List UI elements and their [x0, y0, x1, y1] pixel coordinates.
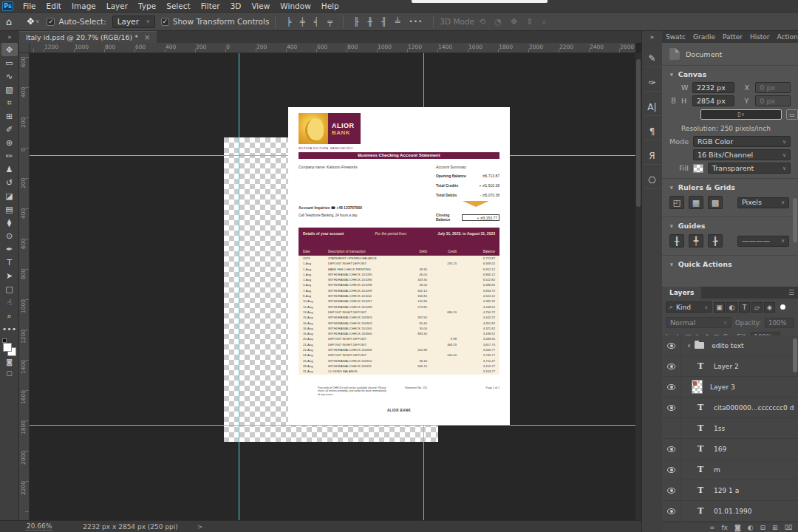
move-tool-preset-icon[interactable]: ✥: [19, 16, 35, 27]
layer-name[interactable]: m: [714, 466, 720, 474]
layer-effects-icon[interactable]: fx: [721, 522, 728, 532]
rectangular-marquee-tool[interactable]: ▭: [1, 56, 18, 69]
menu-item[interactable]: Image: [66, 0, 101, 13]
visibility-cell[interactable]: [662, 377, 681, 397]
ruler-origin-icon[interactable]: ◰: [669, 196, 684, 209]
add-layer-mask-icon[interactable]: ◙: [734, 522, 741, 532]
layers-menu-icon[interactable]: ☰: [788, 289, 798, 296]
align-horizontal-centers-icon[interactable]: ╪: [296, 17, 310, 27]
gradient-tool[interactable]: ▤: [1, 202, 18, 216]
tab-layers[interactable]: Layers: [662, 287, 701, 299]
edit-toolbar-button[interactable]: •••: [1, 322, 18, 335]
new-group-icon[interactable]: ⊟: [760, 522, 766, 532]
color-mode-dropdown[interactable]: RGB Color: [693, 136, 791, 147]
visibility-cell[interactable]: [662, 501, 681, 521]
opacity-field[interactable]: 100%: [765, 318, 794, 328]
status-options-chevron-icon[interactable]: >: [197, 523, 203, 531]
landscape-orientation-icon[interactable]: ▭: [786, 109, 798, 120]
visibility-cell[interactable]: [662, 439, 681, 459]
guide-layout-icon[interactable]: ╇: [689, 234, 703, 248]
layer-row[interactable]: ∨ T 01.01.1990: [662, 501, 798, 522]
align-right-edges-icon[interactable]: ╡: [310, 17, 324, 27]
panel-tab[interactable]: Swatc: [662, 32, 689, 43]
visibility-cell[interactable]: [662, 418, 681, 438]
horizontal-ruler[interactable]: 1200100080060040020002004006008001000120…: [19, 43, 635, 53]
panel-tab[interactable]: Patter: [719, 32, 746, 43]
canvas-section-header[interactable]: ∨ Canvas: [662, 66, 798, 80]
panel-tab[interactable]: Gradie: [689, 32, 719, 43]
distribute-vertical-centers-icon[interactable]: ╫: [364, 17, 378, 27]
filter-adjustment-layers-icon[interactable]: ◐: [726, 302, 737, 313]
distribute-horizontal-icon[interactable]: ╧: [391, 17, 405, 27]
distribute-bottom-edges-icon[interactable]: ╢: [377, 17, 391, 27]
visibility-cell[interactable]: [662, 335, 681, 355]
vertical-ruler[interactable]: 6004002000200400600800100012001400160018…: [19, 53, 30, 520]
layer-name[interactable]: Layer 3: [710, 383, 735, 391]
foreground-color-swatch[interactable]: [3, 343, 12, 352]
layer-row[interactable]: ∨ T Layer 2: [662, 356, 798, 377]
layer-name[interactable]: edite text: [712, 342, 743, 349]
fill-swatch[interactable]: [693, 164, 703, 173]
group-caret-icon[interactable]: ∨: [687, 343, 691, 349]
history-brush-tool[interactable]: ↺: [1, 176, 18, 189]
ruler-origin-corner[interactable]: [19, 43, 30, 53]
link-dimensions-icon[interactable]: 8: [671, 96, 676, 106]
eraser-tool[interactable]: ◪: [1, 189, 18, 202]
auto-select-dropdown[interactable]: Layer: [112, 16, 155, 28]
canvas-vertical-scrollbar[interactable]: [635, 53, 641, 520]
object-selection-tool[interactable]: ▧: [1, 83, 18, 96]
new-guide-icon[interactable]: ╂: [669, 234, 684, 248]
guides-section-header[interactable]: ∨ Guides: [662, 217, 798, 231]
character-panel-icon[interactable]: A|: [644, 98, 661, 116]
filter-shape-layers-icon[interactable]: ▱: [751, 302, 763, 313]
type-tool[interactable]: T: [1, 256, 18, 269]
visibility-cell[interactable]: [662, 480, 681, 500]
y-field[interactable]: 0 px: [755, 95, 791, 106]
layer-name[interactable]: Layer 2: [714, 363, 739, 370]
frame-tool[interactable]: ⊞: [1, 109, 18, 123]
slide-3d-camera-icon[interactable]: ⇕: [522, 17, 537, 27]
paragraph-panel-icon[interactable]: ¶: [644, 123, 661, 140]
blend-mode-dropdown[interactable]: Normal: [666, 317, 732, 328]
layer-row[interactable]: ∨ T 169: [662, 439, 798, 460]
pan-3d-camera-icon[interactable]: ✥: [506, 17, 522, 27]
guide-vertical-left[interactable]: [239, 53, 239, 520]
x-field[interactable]: 0 px: [755, 82, 791, 93]
guide-horizontal-bottom[interactable]: [19, 425, 635, 426]
visibility-cell[interactable]: [662, 398, 681, 417]
color-swatches[interactable]: [2, 338, 17, 356]
menu-item[interactable]: 3D: [225, 0, 247, 13]
glyphs-panel-icon[interactable]: Я: [644, 147, 661, 165]
brush-tool[interactable]: ✏: [1, 149, 18, 163]
menu-item[interactable]: Edit: [41, 0, 66, 13]
layer-row[interactable]: ∨ T m: [662, 460, 798, 480]
rectangle-tool[interactable]: □: [1, 282, 18, 296]
filter-toggle-icon[interactable]: [780, 304, 785, 310]
document-tab[interactable]: Italy id.psd @ 20.7% (RGB/16) * ×: [19, 31, 157, 43]
properties-scrollbar[interactable]: [793, 198, 797, 242]
layers-scrollbar[interactable]: [793, 338, 797, 372]
dodge-tool[interactable]: ⊙: [1, 229, 18, 242]
layer-name[interactable]: 169: [714, 446, 726, 453]
home-icon[interactable]: ⌂: [0, 16, 19, 27]
path-selection-tool[interactable]: ➤: [1, 269, 18, 282]
layer-name[interactable]: 129 1 a: [714, 487, 739, 494]
height-field[interactable]: 2854 px: [692, 95, 735, 106]
orbit-3d-camera-icon[interactable]: ⟲: [474, 17, 490, 27]
layer-name[interactable]: 01.01.1990: [714, 508, 752, 515]
pixel-grid-icon[interactable]: ▩: [708, 196, 723, 209]
auto-select-checkbox[interactable]: ✓: [47, 18, 55, 26]
layer-row[interactable]: ∨ T Layer 3: [662, 377, 798, 398]
layer-row[interactable]: ∨ T 1ss: [662, 418, 798, 439]
screen-mode-icon[interactable]: ▢: [2, 367, 17, 378]
panel-tab[interactable]: Action: [774, 32, 798, 43]
layer-name[interactable]: 1ss: [714, 425, 725, 432]
brushes-panel-icon[interactable]: ✑: [644, 74, 661, 92]
toolbar-collapse-icon[interactable]: »: [0, 31, 19, 43]
fill-dropdown[interactable]: Transparent: [708, 163, 791, 174]
bit-depth-dropdown[interactable]: 16 Bits/Channel: [693, 149, 791, 160]
units-dropdown[interactable]: Pixels: [737, 197, 789, 208]
layer-row[interactable]: ∨ T cita000000...ccccccc0 d: [662, 398, 798, 418]
align-left-edges-icon[interactable]: ╞: [282, 17, 296, 27]
delete-layer-icon[interactable]: ⌧: [785, 522, 792, 532]
